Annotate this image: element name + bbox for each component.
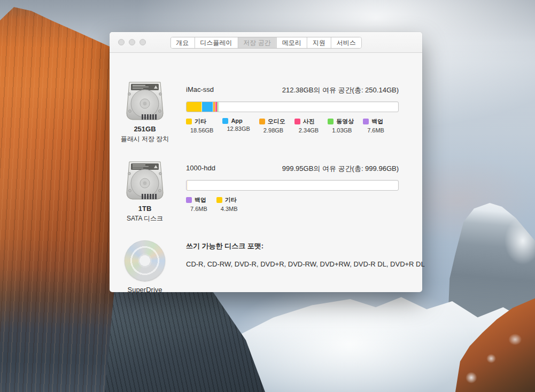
legend-item: 기타 4.3MB	[216, 196, 238, 212]
legend-value: 4.3MB	[221, 206, 238, 212]
legend-item: 백업 7.6MB	[186, 196, 207, 212]
drive-details: 1000-hdd 999.95GB의 여유 공간(총: 999.96GB) 백업…	[186, 164, 399, 212]
tab-displays[interactable]: 디스플레이	[194, 37, 237, 48]
about-this-mac-window: 개요 디스플레이 저장 공간 메모리 지원 서비스	[110, 32, 422, 292]
legend-item: 기타 18.56GB	[186, 117, 213, 134]
desktop-wallpaper: 개요 디스플레이 저장 공간 메모리 지원 서비스	[0, 0, 535, 392]
cd-disc-icon	[125, 240, 165, 281]
legend-item: 사진 2.34GB	[294, 117, 319, 134]
legend-value: 18.56GB	[190, 127, 213, 134]
storage-legend: 기타 18.56GB App 12.83GB 오디오 2.98GB 사진 2.3…	[186, 117, 399, 134]
legend-label: 사진	[303, 117, 315, 126]
legend-label: 백업	[371, 117, 383, 126]
legend-color-chip	[186, 197, 192, 203]
drive-capacity: 251GB	[110, 125, 180, 133]
storage-panel: 251GB 플래시 저장 장치 iMac-ssd 212.38GB의 여유 공간…	[110, 53, 422, 293]
tab-bar: 개요 디스플레이 저장 공간 메모리 지원 서비스	[170, 37, 361, 49]
legend-value: 7.6MB	[190, 206, 207, 212]
hard-drive-icon	[124, 160, 166, 202]
drive-icon-column: 251GB 플래시 저장 장치	[110, 80, 180, 144]
bar-segment-backups	[219, 102, 219, 112]
legend-item: 백업 7.6MB	[363, 117, 384, 134]
legend-color-chip	[222, 118, 228, 124]
tab-memory[interactable]: 메모리	[276, 37, 307, 48]
legend-color-chip	[186, 119, 192, 124]
minimize-button[interactable]	[129, 39, 135, 45]
close-button[interactable]	[118, 39, 125, 45]
tab-service[interactable]: 서비스	[331, 37, 361, 48]
drive-name: iMac-ssd	[186, 85, 214, 95]
legend-label: 동영상	[336, 117, 354, 126]
legend-label: 백업	[195, 196, 206, 204]
drive-kind: 플래시 저장 장치	[110, 135, 180, 144]
optical-drive-details: 쓰기 가능한 디스크 포맷: CD-R, CD-RW, DVD-R, DVD+R…	[186, 241, 399, 268]
drive-capacity: 1TB	[110, 205, 180, 213]
legend-label: 기타	[225, 196, 237, 204]
bar-segment-other	[187, 181, 188, 190]
bar-segment-apps	[202, 102, 213, 112]
legend-value: 2.34GB	[299, 127, 319, 134]
drive-name: 1000-hdd	[186, 164, 215, 174]
legend-value: 7.6MB	[367, 127, 384, 134]
storage-legend: 백업 7.6MB 기타 4.3MB	[186, 196, 399, 212]
legend-color-chip	[216, 197, 222, 203]
tab-storage[interactable]: 저장 공간	[237, 37, 276, 48]
window-titlebar[interactable]: 개요 디스플레이 저장 공간 메모리 지원 서비스	[110, 32, 422, 53]
legend-color-chip	[294, 119, 300, 124]
zoom-button[interactable]	[139, 39, 146, 45]
formats-title: 쓰기 가능한 디스크 포맷:	[186, 241, 399, 251]
legend-value: 12.83GB	[227, 126, 250, 132]
drive-free-space: 212.38GB의 여유 공간(총: 250.14GB)	[282, 85, 399, 95]
drive-free-space: 999.95GB의 여유 공간(총: 999.96GB)	[282, 164, 399, 174]
legend-label: App	[231, 117, 242, 124]
legend-label: 기타	[195, 117, 206, 126]
tab-support[interactable]: 지원	[307, 37, 331, 48]
legend-color-chip	[259, 119, 265, 124]
legend-value: 1.03GB	[332, 127, 354, 134]
legend-label: 오디오	[268, 117, 285, 126]
legend-color-chip	[328, 119, 334, 124]
optical-drive-column: SuperDrive	[110, 240, 180, 294]
storage-usage-bar	[186, 101, 399, 112]
legend-value: 2.98GB	[263, 127, 285, 134]
drive-icon-column: 1TB SATA 디스크	[110, 160, 180, 223]
hard-drive-icon	[124, 80, 166, 123]
legend-color-chip	[363, 119, 369, 124]
bar-segment-other	[187, 102, 202, 112]
optical-drive-name: SuperDrive	[110, 286, 180, 294]
formats-list: CD-R, CD-RW, DVD-R, DVD+R, DVD-RW, DVD+R…	[186, 260, 399, 268]
legend-item: 동영상 1.03GB	[328, 117, 354, 134]
storage-usage-bar	[186, 180, 399, 191]
tab-overview[interactable]: 개요	[170, 37, 194, 48]
traffic-lights	[118, 39, 146, 45]
wallpaper-el-capitan-cliff	[0, 0, 116, 392]
legend-item: 오디오 2.98GB	[259, 117, 285, 134]
drive-kind: SATA 디스크	[110, 214, 180, 223]
legend-item: App 12.83GB	[222, 117, 250, 134]
drive-details: iMac-ssd 212.38GB의 여유 공간(총: 250.14GB) 기타…	[186, 85, 399, 134]
